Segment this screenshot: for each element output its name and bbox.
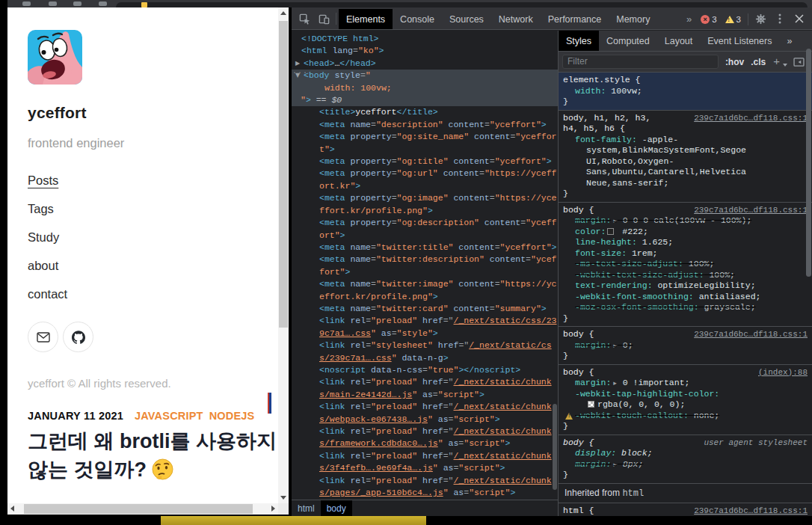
address-bar[interactable] — [116, 2, 808, 7]
scroll-down-arrow[interactable] — [280, 496, 286, 500]
css-property[interactable]: width: 100vw; — [563, 86, 808, 97]
more-tabs-icon[interactable]: » — [681, 13, 697, 25]
scroll-up-arrow[interactable] — [280, 11, 286, 15]
dom-node-line[interactable]: <html lang="ko"> — [292, 45, 558, 57]
new-style-rule-button[interactable]: + — [773, 55, 780, 67]
dom-node-line[interactable]: ffort.kr/profile.png"> — [292, 205, 558, 217]
scroll-left-arrow[interactable] — [10, 506, 14, 512]
reload-icon[interactable] — [73, 1, 81, 6]
node-menu-dots-icon[interactable]: ··· — [292, 67, 308, 79]
dom-node-line[interactable]: s/239c7a1….css" data-n-g> — [292, 352, 558, 364]
devtools-tab-console[interactable]: Console — [393, 9, 442, 29]
rule-selector[interactable]: html { — [563, 506, 594, 516]
dom-node-line[interactable]: <meta property="og:description" content=… — [292, 217, 558, 229]
dom-node-line[interactable]: "> == $0 — [292, 94, 558, 106]
sidebar-tab-computed[interactable]: Computed — [599, 31, 657, 51]
close-devtools-icon[interactable] — [790, 9, 809, 28]
styles-scroll-thumb[interactable] — [806, 49, 811, 277]
styles-filter-input[interactable]: Filter — [562, 55, 719, 69]
dom-node-line[interactable]: <meta name="twitter:title" content="ycef… — [292, 242, 558, 254]
new-rule-caret-icon[interactable] — [783, 64, 787, 67]
dom-node-line[interactable]: effort.kr/profile.png"> — [292, 291, 558, 303]
dom-node-line[interactable]: s/3f4fefb….9e69f4a….js" as="script"> — [292, 462, 558, 474]
device-toolbar-icon[interactable] — [314, 9, 333, 28]
dom-node-line[interactable]: t"> — [292, 144, 558, 156]
breadcrumb-body[interactable]: body — [321, 500, 352, 516]
dom-node-line[interactable]: <link rel="preload" href="/_next/static/… — [292, 401, 558, 413]
dom-node-line[interactable]: <link rel="stylesheet" href="/_next/stat… — [292, 340, 558, 351]
github-button[interactable] — [63, 322, 93, 352]
dom-node-line[interactable]: 9c7a1….css" as="style"> — [292, 328, 558, 340]
dom-node-line[interactable]: <noscript data-n-css="true"></noscript> — [292, 364, 558, 376]
dom-node-line[interactable]: <meta property="og:image" content="https… — [292, 192, 558, 204]
color-swatch[interactable] — [588, 401, 594, 408]
rule-selector[interactable]: body, h1, h2, h3, — [563, 113, 650, 124]
devtools-tab-performance[interactable]: Performance — [541, 9, 609, 29]
dom-node-line[interactable]: <link rel="preload" href="/_next/static/… — [292, 315, 558, 327]
sidebar-item-contact[interactable]: contact — [28, 287, 67, 301]
dom-node-line[interactable]: <meta property="og:site_name" content="y… — [292, 131, 558, 143]
dom-node-line[interactable]: ▶<head>…</head> — [292, 58, 558, 70]
warning-badge[interactable]: ! 3 — [721, 15, 745, 24]
css-property[interactable]: display: block; — [563, 448, 808, 459]
dom-node-line[interactable]: <!DOCTYPE html> — [292, 33, 558, 45]
dom-node-line[interactable]: <link rel="preload" href="/_next/static/… — [292, 376, 558, 388]
post-tag-nodejs[interactable]: NODEJS — [209, 410, 255, 422]
sidebar-item-posts[interactable]: Posts — [28, 174, 58, 188]
rule-selector[interactable]: body { — [563, 329, 594, 340]
scroll-right-arrow[interactable] — [271, 506, 275, 512]
expand-shorthand-icon[interactable]: ▸ — [613, 342, 617, 349]
dom-node-line[interactable]: <meta property="og:title" content="yceff… — [292, 156, 558, 168]
breadcrumb-html[interactable]: html — [292, 500, 321, 516]
css-property[interactable]: -moz-osx-font-smoothing: grayscale; — [563, 302, 808, 313]
post-title-link[interactable]: 그런데 왜 brotli를 사용하지 않는 것일까? — [28, 427, 278, 484]
sidebar-tab-event-listeners[interactable]: Event Listeners — [700, 31, 779, 51]
rule-selector[interactable]: body { — [563, 367, 594, 378]
page-horizontal-scrollbar[interactable] — [7, 503, 278, 515]
rule-source-link[interactable]: 239c7a1d6bc…df118.css:1 — [694, 113, 808, 124]
expand-shorthand-icon[interactable]: ▸ — [613, 461, 617, 468]
rule-source-link[interactable]: 239c7a1d6bc…df118.css:1 — [694, 329, 808, 340]
dom-node-line[interactable]: <meta name="twitter:description" content… — [292, 254, 558, 265]
rule-selector[interactable]: element.style { — [563, 75, 641, 86]
dom-node-line[interactable]: ort"> — [292, 230, 558, 242]
avatar[interactable] — [28, 30, 82, 85]
rule-source-link[interactable]: user agent stylesheet — [704, 438, 808, 449]
css-property[interactable]: color: #222; — [563, 227, 808, 238]
dom-node-line[interactable]: s/webpack-e067438….js" as="script"> — [292, 414, 558, 426]
rule-source-link[interactable]: 239c7a1d6bc…df118.css:1 — [694, 506, 808, 516]
css-property[interactable]: -webkit-text-size-adjust: 100%; — [563, 270, 808, 281]
sidebar-tab-layout[interactable]: Layout — [657, 31, 701, 51]
devtools-tab-sources[interactable]: Sources — [442, 9, 491, 29]
sidebar-item-study[interactable]: Study — [28, 230, 59, 245]
post-tag-javascript[interactable]: JAVASCRIPT — [135, 410, 203, 422]
dom-node-line[interactable]: <meta name="description" content="yceffo… — [292, 119, 558, 131]
dom-node-line[interactable]: <link rel="preload" href="/_next/static/… — [292, 475, 558, 487]
settings-gear-icon[interactable] — [751, 9, 770, 28]
css-property[interactable]: margin:▸ 0; — [563, 340, 808, 351]
css-property[interactable]: line-height: 1.625; — [563, 237, 808, 248]
sidebar-tab-styles[interactable]: Styles — [559, 31, 599, 51]
inherited-node-link[interactable]: html — [622, 488, 644, 499]
color-swatch[interactable] — [607, 228, 614, 235]
vertical-scroll-thumb[interactable] — [279, 21, 288, 328]
dom-node-line[interactable]: width: 100vw; — [292, 82, 558, 94]
error-badge[interactable]: × 3 — [697, 15, 720, 24]
rule-source-link[interactable]: (index):88 — [758, 367, 808, 378]
sidebar-item-about[interactable]: about — [28, 259, 58, 273]
back-icon[interactable] — [22, 1, 31, 6]
css-property[interactable]: -ms-text-size-adjust: 100%; — [563, 259, 808, 270]
rule-source-link[interactable]: 239c7a1d6bc…df118.css:1 — [694, 205, 808, 216]
dom-node-line[interactable]: ort.kr"> — [292, 180, 558, 192]
forward-icon[interactable] — [49, 1, 57, 6]
css-property[interactable]: -webkit-tap-highlight-color: — [563, 389, 808, 400]
css-property[interactable]: text-rendering: optimizeLegibility; — [563, 280, 808, 292]
sidebar-more-tabs-icon[interactable]: » — [779, 31, 799, 51]
css-property[interactable]: !-webkit-touch-callout: none; — [563, 411, 808, 422]
sidebar-item-tags[interactable]: Tags — [28, 202, 54, 216]
toggle-hover-state-button[interactable]: :hov — [725, 57, 744, 67]
rule-selector[interactable]: body { — [563, 205, 594, 216]
css-property[interactable]: margin:▸ 0 0 0 calc(100vw - 100%); — [563, 215, 808, 227]
expand-shorthand-icon[interactable]: ▸ — [613, 379, 617, 387]
page-vertical-scrollbar[interactable] — [278, 7, 289, 503]
